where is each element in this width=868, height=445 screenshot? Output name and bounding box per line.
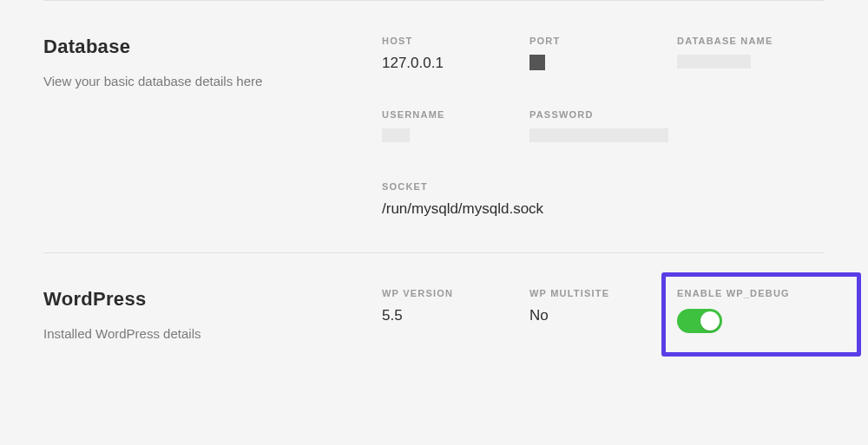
enable-wp-debug-label: ENABLE WP_DEBUG (677, 288, 825, 298)
wordpress-subtitle: Installed WordPress details (43, 326, 356, 341)
database-fields-grid: HOST 127.0.0.1 PORT DATABASE NAME USERNA… (382, 36, 825, 218)
database-name-value (677, 55, 825, 73)
password-redacted (529, 128, 668, 142)
wp-multisite-label: WP MULTISITE (529, 288, 677, 298)
password-label: PASSWORD (529, 109, 825, 120)
socket-field: SOCKET /run/mysqld/mysqld.sock (382, 181, 825, 218)
port-value (529, 55, 677, 75)
port-redacted (529, 55, 545, 70)
database-name-label: DATABASE NAME (677, 36, 825, 46)
username-redacted (382, 128, 410, 142)
host-label: HOST (382, 36, 529, 46)
database-section-left: Database View your basic database detail… (43, 36, 382, 218)
wp-version-field: WP VERSION 5.5 (382, 288, 529, 341)
username-label: USERNAME (382, 109, 529, 120)
database-section: Database View your basic database detail… (0, 1, 868, 252)
wordpress-fields-grid: WP VERSION 5.5 WP MULTISITE No ENABLE WP… (382, 288, 825, 341)
toggle-knob (700, 311, 720, 330)
wp-multisite-field: WP MULTISITE No (529, 288, 677, 341)
host-value: 127.0.0.1 (382, 55, 529, 72)
username-field: USERNAME (382, 109, 529, 147)
wp-debug-toggle[interactable] (677, 309, 722, 333)
database-title: Database (43, 36, 356, 58)
password-value (529, 128, 825, 147)
wp-version-value: 5.5 (382, 307, 529, 324)
port-field: PORT (529, 36, 677, 75)
wp-version-label: WP VERSION (382, 288, 529, 298)
enable-wp-debug-field: ENABLE WP_DEBUG (677, 288, 825, 341)
wordpress-section: WordPress Installed WordPress details WP… (0, 253, 868, 376)
wordpress-section-left: WordPress Installed WordPress details (43, 288, 382, 341)
wordpress-title: WordPress (43, 288, 356, 311)
database-subtitle: View your basic database details here (43, 74, 356, 88)
database-name-field: DATABASE NAME (677, 36, 825, 75)
socket-value: /run/mysqld/mysqld.sock (382, 200, 825, 218)
password-field: PASSWORD (529, 109, 825, 147)
host-field: HOST 127.0.0.1 (382, 36, 529, 75)
port-label: PORT (529, 36, 677, 46)
database-name-redacted (677, 55, 751, 69)
socket-label: SOCKET (382, 181, 825, 192)
username-value (382, 128, 529, 147)
wp-multisite-value: No (529, 307, 677, 324)
